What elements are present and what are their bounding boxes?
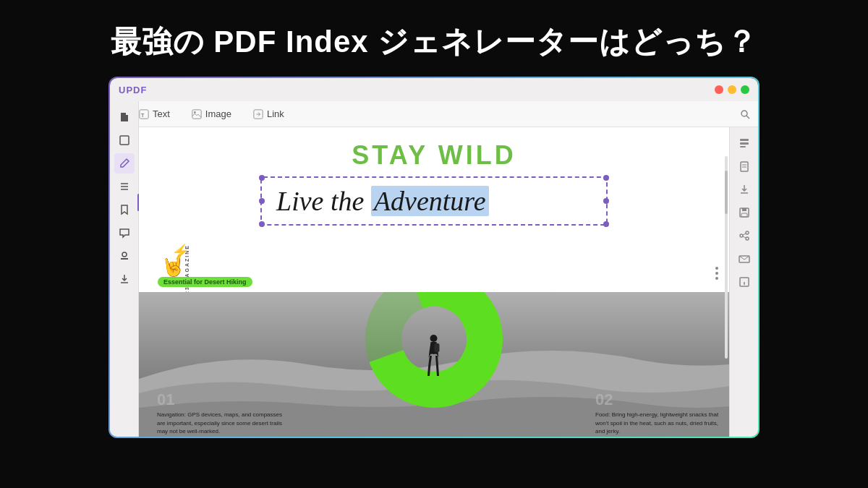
scrollbar[interactable]	[725, 156, 728, 359]
close-button[interactable]	[715, 85, 723, 94]
sidebar-icon-comment[interactable]	[114, 223, 135, 243]
dot3	[715, 277, 718, 280]
right-sidebar-save[interactable]	[734, 202, 754, 223]
svg-rect-0	[120, 136, 129, 145]
svg-point-27	[746, 231, 749, 234]
right-sidebar-properties[interactable]	[734, 133, 754, 153]
toolbar-search[interactable]	[739, 108, 751, 120]
left-sidebar	[110, 101, 139, 437]
sidebar-icon-document[interactable]	[114, 107, 135, 127]
svg-text:T: T	[141, 111, 145, 118]
svg-rect-19	[740, 142, 749, 145]
col1-number: 01	[157, 390, 287, 409]
sidebar-icon-bookmark[interactable]	[114, 200, 135, 220]
toolbar-text-label: Text	[153, 108, 170, 119]
app-window: UPDF	[109, 77, 760, 438]
app-body: T Text Image L	[110, 101, 758, 437]
window-controls	[715, 85, 749, 94]
svg-point-28	[740, 234, 743, 237]
col2-text: Food: Bring high-energy, lightweight sna…	[595, 411, 726, 435]
svg-rect-25	[742, 208, 746, 211]
right-sidebar	[729, 127, 758, 437]
toolbar-image-label: Image	[205, 108, 231, 119]
right-sidebar-download[interactable]	[734, 179, 754, 200]
svg-point-29	[746, 237, 749, 240]
app-logo: UPDF	[119, 85, 147, 95]
adventure-text: Live the Adventure	[276, 185, 592, 217]
sidebar-icon-pencil[interactable]	[114, 153, 135, 174]
handle-middle-left[interactable]	[259, 198, 265, 204]
dot1	[715, 267, 718, 270]
content-area: ISSUE 23 MAGAZINE STAY WILD	[139, 127, 758, 437]
person-silhouette	[425, 333, 443, 382]
col1-text: Navigation: GPS devices, maps, and compa…	[157, 411, 287, 435]
svg-point-16	[430, 335, 438, 342]
adventure-highlight: Adventure	[371, 186, 489, 216]
toolbar-link-label: Link	[267, 108, 284, 119]
svg-rect-17	[435, 343, 440, 352]
handle-top-right[interactable]	[603, 175, 609, 181]
sidebar-icon-stamp[interactable]	[114, 246, 135, 266]
right-sidebar-info[interactable]	[734, 272, 754, 292]
three-dots-menu[interactable]	[715, 267, 718, 280]
bottom-section: 01 Navigation: GPS devices, maps, and co…	[139, 278, 729, 437]
handle-middle-right[interactable]	[603, 198, 609, 204]
title-bar: UPDF	[110, 78, 758, 101]
svg-point-11	[741, 111, 747, 116]
handle-bottom-right[interactable]	[603, 221, 609, 227]
svg-rect-20	[740, 146, 746, 147]
minimize-button[interactable]	[728, 85, 736, 94]
col2-number: 02	[595, 390, 726, 409]
scrollbar-thumb[interactable]	[725, 171, 728, 214]
maximize-button[interactable]	[741, 85, 749, 94]
right-sidebar-page[interactable]	[734, 156, 754, 176]
handle-bottom-left[interactable]	[259, 221, 265, 227]
main-content: ISSUE 23 MAGAZINE STAY WILD	[139, 127, 729, 437]
adventure-selection-box[interactable]: Live the Adventure	[260, 176, 608, 226]
svg-rect-8	[192, 109, 201, 118]
desert-background: 01 Navigation: GPS devices, maps, and co…	[139, 292, 729, 437]
toolbar-text[interactable]: T Text	[139, 108, 170, 119]
toolbar: T Text Image L	[139, 101, 758, 127]
toolbar-image[interactable]: Image	[192, 108, 231, 119]
sidebar-icon-list[interactable]	[114, 176, 135, 197]
svg-point-4	[122, 252, 127, 257]
toolbar-link[interactable]: Link	[253, 108, 284, 119]
pdf-page: ISSUE 23 MAGAZINE STAY WILD	[139, 127, 729, 437]
svg-rect-5	[121, 258, 128, 260]
hand-icon: 🤘	[161, 254, 186, 278]
right-sidebar-share[interactable]	[734, 226, 754, 246]
stay-wild-heading: STAY WILD	[139, 140, 729, 171]
svg-line-30	[743, 234, 746, 235]
handle-top-left[interactable]	[259, 175, 265, 181]
sidebar-icon-edit[interactable]	[114, 130, 135, 150]
right-sidebar-mail[interactable]	[734, 249, 754, 269]
svg-rect-18	[740, 139, 749, 141]
page-title: 最強の PDF Index ジェネレーターはどっち？	[111, 22, 758, 62]
svg-line-31	[743, 236, 746, 238]
sidebar-icon-download[interactable]	[114, 269, 135, 289]
dot2	[715, 272, 718, 275]
svg-line-12	[746, 116, 749, 119]
svg-point-9	[194, 111, 196, 114]
